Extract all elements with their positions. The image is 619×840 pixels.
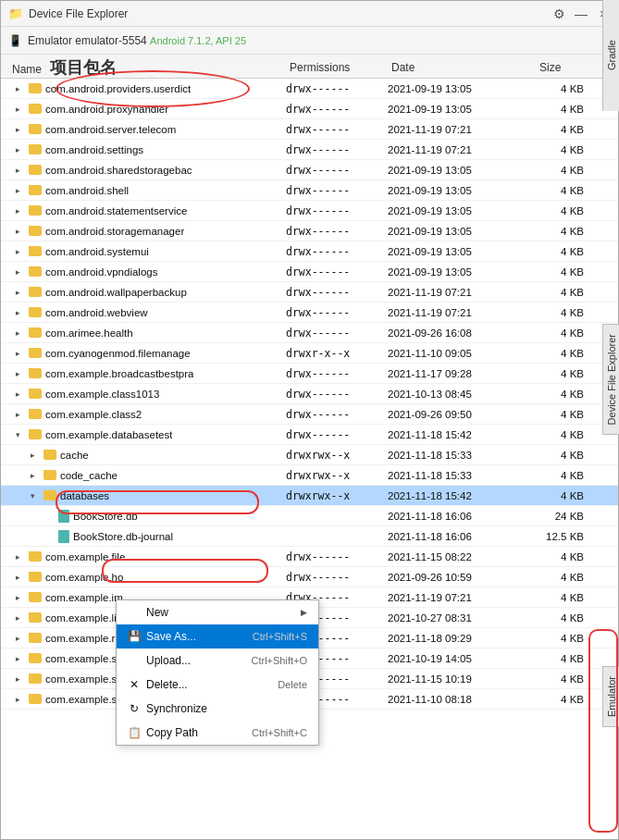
file-row[interactable]: ▾databasesdrwxrwx--x2021-11-18 15:424 KB (1, 486, 618, 506)
permissions-cell: drwx------ (286, 143, 388, 156)
size-cell: 4 KB (536, 185, 591, 196)
expand-arrow[interactable]: ▸ (16, 552, 25, 562)
file-name-text: com.android.proxyhandler (45, 104, 168, 115)
expand-arrow[interactable]: ▸ (31, 471, 40, 480)
permissions-cell: drwx------ (286, 204, 388, 217)
size-cell: 4 KB (536, 144, 591, 155)
file-row[interactable]: ▸com.android.storagemanagerdrwx------202… (1, 221, 618, 241)
col-chinese-label: 项目包名 (50, 58, 117, 77)
context-menu-item-save-as---[interactable]: 💾Save As...Ctrl+Shift+S (117, 624, 318, 649)
minimize-button[interactable]: — (574, 6, 588, 21)
menu-item-right: Ctrl+Shift+O (251, 655, 307, 666)
gradle-tab-label[interactable]: Gradle (606, 40, 617, 70)
file-row[interactable]: BookStore.db2021-11-18 16:0624 KB (1, 506, 618, 526)
col-permissions: Permissions (286, 61, 388, 74)
file-name-text: com.android.wallpaperbackup (45, 287, 187, 298)
file-row[interactable]: ▸com.android.settingsdrwx------2021-11-1… (1, 140, 618, 160)
permissions-cell: drwx------ (286, 123, 388, 136)
date-cell: 2021-11-19 07:21 (388, 592, 536, 603)
expand-arrow[interactable]: ▸ (16, 186, 25, 195)
context-menu-item-copy-path[interactable]: 📋Copy PathCtrl+Shift+C (117, 721, 318, 745)
file-row[interactable]: ▸com.android.wallpaperbackupdrwx------20… (1, 282, 618, 303)
file-row[interactable]: BookStore.db-journal2021-11-18 16:0612.5… (1, 526, 618, 547)
expand-arrow[interactable]: ▸ (16, 674, 25, 684)
folder-icon (29, 266, 42, 277)
file-row[interactable]: ▸com.example.filedrwx------2021-11-15 08… (1, 547, 618, 567)
file-row[interactable]: ▸com.android.systemuidrwx------2021-09-1… (1, 241, 618, 262)
expand-arrow[interactable]: ▸ (16, 166, 25, 175)
size-cell: 4 KB (536, 612, 591, 624)
context-menu-item-upload---[interactable]: Upload...Ctrl+Shift+O (117, 649, 318, 673)
permissions-cell: drwx------ (286, 184, 388, 197)
file-row[interactable]: ▸com.arimee.healthdrwx------2021-09-26 1… (1, 323, 618, 343)
expand-arrow[interactable]: ▸ (16, 247, 25, 256)
expand-arrow[interactable]: ▸ (16, 308, 25, 317)
file-row[interactable]: ▸com.cyanogenmod.filemanagedrwxr-x--x202… (1, 343, 618, 364)
file-row[interactable]: ▸com.android.statementservicedrwx------2… (1, 201, 618, 221)
emulator-tab[interactable]: Emulator (602, 666, 619, 727)
file-row[interactable]: ▸com.android.sharedstoragebacdrwx------2… (1, 160, 618, 180)
expand-arrow[interactable]: ▸ (16, 593, 25, 602)
expand-arrow[interactable]: ▸ (16, 573, 25, 582)
file-name-text: com.android.shell (45, 185, 129, 196)
file-row[interactable]: ▸com.example.class1013drwx------2021-10-… (1, 384, 618, 404)
settings-button[interactable]: ⚙ (551, 6, 566, 21)
expand-arrow[interactable]: ▸ (16, 288, 25, 297)
expand-arrow[interactable]: ▸ (16, 613, 25, 623)
expand-arrow[interactable]: ▸ (16, 695, 25, 704)
file-row[interactable]: ▸com.android.proxyhandlerdrwx------2021-… (1, 99, 618, 119)
title-bar: 📁 Device File Explorer ⚙ — × (1, 1, 618, 27)
file-row[interactable]: ▸com.example.class2drwx------2021-09-26 … (1, 404, 618, 425)
expand-arrow[interactable]: ▸ (16, 105, 25, 114)
expand-arrow[interactable]: ▸ (16, 389, 25, 399)
expand-arrow[interactable]: ▸ (16, 145, 25, 154)
expand-arrow[interactable]: ▸ (16, 654, 25, 663)
context-menu-item-delete---[interactable]: ✕Delete...Delete (117, 673, 318, 697)
expand-arrow[interactable]: ▸ (16, 267, 25, 277)
expand-arrow[interactable]: ▸ (16, 227, 25, 236)
file-row[interactable]: ▸com.android.server.telecomdrwx------202… (1, 119, 618, 140)
context-menu-item-synchronize[interactable]: ↻Synchronize (117, 697, 318, 721)
expand-arrow[interactable]: ▸ (16, 634, 25, 643)
db-icon (58, 510, 69, 523)
context-menu-item-new[interactable]: New▶ (117, 600, 318, 624)
expand-arrow[interactable]: ▾ (31, 491, 40, 500)
permissions-cell: drwx------ (286, 103, 388, 116)
file-row[interactable]: ▸com.example.broadcastbestpradrwx------2… (1, 364, 618, 384)
size-cell: 4 KB (536, 592, 591, 603)
device-file-explorer-tab[interactable]: Device File Explorer (602, 324, 619, 435)
expand-arrow[interactable]: ▸ (16, 410, 25, 419)
file-row[interactable]: ▸code_cachedrwxrwx--x2021-11-18 15:334 K… (1, 465, 618, 486)
file-row[interactable]: ▸com.example.hodrwx------2021-09-26 10:5… (1, 567, 618, 587)
permissions-cell: drwx------ (286, 367, 388, 380)
menu-item-left: 📋Copy Path (128, 726, 198, 739)
col-name-label: Name (12, 63, 42, 76)
file-row[interactable]: ▸com.android.webviewdrwx------2021-11-19… (1, 303, 618, 323)
folder-icon (29, 653, 42, 663)
expand-arrow[interactable]: ▸ (31, 451, 40, 460)
expand-arrow[interactable]: ▸ (16, 84, 25, 93)
menu-item-shortcut: Ctrl+Shift+O (251, 655, 307, 666)
folder-icon (29, 287, 42, 297)
file-row[interactable]: ▸com.android.providers.userdictdrwx-----… (1, 79, 618, 99)
file-row[interactable]: ▸cachedrwxrwx--x2021-11-18 15:334 KB (1, 445, 618, 465)
file-row[interactable]: ▾com.example.databasetestdrwx------2021-… (1, 425, 618, 445)
folder-icon (29, 429, 42, 439)
expand-arrow[interactable]: ▸ (16, 206, 25, 216)
size-cell: 4 KB (536, 104, 591, 115)
date-cell: 2021-09-26 09:50 (388, 409, 536, 420)
permissions-cell: drwxrwx--x (286, 449, 388, 462)
expand-arrow[interactable]: ▸ (16, 369, 25, 378)
gradle-tab[interactable]: Gradle (602, 0, 619, 111)
device-file-explorer-label[interactable]: Device File Explorer (606, 334, 617, 425)
permissions-cell: drwxr-x--x (286, 347, 388, 360)
expand-arrow[interactable]: ▾ (16, 430, 25, 439)
expand-arrow[interactable]: ▸ (16, 125, 25, 134)
expand-arrow[interactable]: ▸ (16, 349, 25, 358)
file-row[interactable]: ▸com.android.vpndialogsdrwx------2021-09… (1, 262, 618, 282)
expand-arrow[interactable]: ▸ (16, 328, 25, 338)
size-cell: 4 KB (536, 348, 591, 359)
file-row[interactable]: ▸com.android.shelldrwx------2021-09-19 1… (1, 180, 618, 201)
emulator-label[interactable]: Emulator (606, 676, 617, 717)
size-cell: 4 KB (536, 490, 591, 501)
